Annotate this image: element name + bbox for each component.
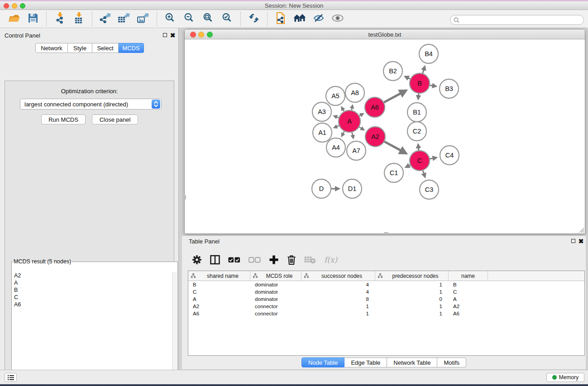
memory-button[interactable]: Memory bbox=[546, 373, 584, 382]
table-float-button[interactable] bbox=[570, 238, 576, 244]
column-header-MCDS-role[interactable]: MCDS role bbox=[250, 271, 301, 281]
table-settings-button[interactable] bbox=[192, 253, 202, 267]
function-builder-button-disabled[interactable]: f(x) bbox=[324, 253, 337, 267]
run-mcds-button[interactable]: Run MCDS bbox=[41, 114, 86, 124]
toggle-graphics-details-button[interactable] bbox=[311, 12, 326, 26]
edge-A-A2[interactable] bbox=[359, 127, 364, 130]
mcds-result-item[interactable]: A2 bbox=[12, 272, 172, 279]
clone-network-button[interactable] bbox=[273, 12, 288, 26]
edge-C-C1[interactable] bbox=[406, 165, 410, 167]
window-resize-grip[interactable] bbox=[578, 227, 584, 233]
graph-node-A8[interactable]: A8 bbox=[345, 83, 364, 102]
graph-node-A[interactable]: A bbox=[339, 110, 360, 132]
network-canvas[interactable]: AA6A2BCA5A8A3A1A4A7B2B4B3B1C2C4C1C3DD1 bbox=[185, 39, 585, 234]
column-header-name[interactable]: name bbox=[449, 271, 488, 281]
edge-C-C4[interactable] bbox=[430, 157, 437, 159]
edge-B-B2[interactable] bbox=[405, 76, 410, 79]
edge-A-A8[interactable] bbox=[352, 105, 353, 110]
edge-A-A6[interactable] bbox=[359, 114, 363, 116]
close-panel-button[interactable]: ✖ bbox=[170, 32, 176, 38]
tab-style[interactable]: Style bbox=[68, 43, 92, 53]
tab-network[interactable]: Network bbox=[35, 43, 68, 53]
tab-mcds[interactable]: MCDS bbox=[119, 43, 144, 53]
edge-A2-C[interactable] bbox=[384, 142, 406, 153]
table-row-A2[interactable]: A2connector11A2 bbox=[188, 303, 584, 310]
edge-C-C2[interactable] bbox=[418, 144, 419, 150]
graph-node-B[interactable]: B bbox=[410, 73, 430, 93]
table-row-B[interactable]: Bdominator41B bbox=[188, 281, 584, 288]
mcds-result-item[interactable]: A6 bbox=[12, 301, 172, 308]
graph-node-A2[interactable]: A2 bbox=[365, 127, 385, 147]
edge-A-A5[interactable] bbox=[342, 107, 344, 112]
table-row-A[interactable]: Adominator80A bbox=[188, 295, 584, 303]
edge-B-B4[interactable] bbox=[423, 67, 425, 73]
search-field[interactable] bbox=[450, 15, 584, 25]
float-panel-button[interactable] bbox=[162, 32, 168, 38]
graph-node-C[interactable]: C bbox=[410, 151, 430, 171]
graph-node-B1[interactable]: B1 bbox=[407, 103, 426, 122]
graph-node-D1[interactable]: D1 bbox=[343, 179, 362, 198]
export-network-button[interactable] bbox=[98, 12, 113, 26]
tab-motifs[interactable]: Motifs bbox=[437, 357, 466, 367]
result-scrollbar[interactable] bbox=[172, 272, 177, 386]
task-history-button[interactable] bbox=[5, 373, 17, 382]
unselect-all-button[interactable] bbox=[249, 253, 261, 267]
table-row-A6[interactable]: A6connector11A6 bbox=[188, 310, 584, 317]
tab-select[interactable]: Select bbox=[92, 43, 119, 53]
edge-C-C3[interactable] bbox=[423, 171, 425, 177]
graph-node-A4[interactable]: A4 bbox=[326, 138, 345, 157]
import-table-button[interactable] bbox=[71, 12, 86, 26]
show-column-button[interactable] bbox=[210, 253, 220, 267]
zoom-fit-button[interactable] bbox=[201, 12, 216, 26]
tab-edge-table[interactable]: Edge Table bbox=[344, 357, 387, 367]
graph-node-B2[interactable]: B2 bbox=[383, 62, 402, 81]
table-close-button[interactable]: ✖ bbox=[578, 238, 584, 244]
edge-A6-B[interactable] bbox=[384, 91, 406, 102]
zoom-selected-button[interactable] bbox=[220, 12, 235, 26]
select-all-button[interactable] bbox=[228, 253, 240, 267]
graph-node-A6[interactable]: A6 bbox=[365, 97, 385, 117]
delete-column-button[interactable] bbox=[287, 253, 296, 267]
graph-node-A7[interactable]: A7 bbox=[347, 141, 366, 160]
close-panel-action-button[interactable]: Close panel bbox=[92, 114, 138, 124]
bottom-scrollbar-tick[interactable] bbox=[384, 232, 388, 234]
graph-node-C4[interactable]: C4 bbox=[440, 146, 459, 165]
edge-A-A4[interactable] bbox=[342, 131, 344, 136]
tab-network-table[interactable]: Network Table bbox=[387, 357, 437, 367]
refresh-button[interactable] bbox=[246, 12, 262, 26]
mcds-result-item[interactable]: A bbox=[12, 279, 172, 286]
edge-A-A1[interactable] bbox=[334, 126, 339, 128]
graph-node-B4[interactable]: B4 bbox=[419, 44, 438, 63]
edge-B-B1[interactable] bbox=[418, 94, 419, 99]
mcds-result-item[interactable]: C bbox=[12, 294, 172, 301]
graph-node-B3[interactable]: B3 bbox=[440, 79, 459, 98]
import-network-button[interactable] bbox=[52, 12, 67, 26]
edge-B-B3[interactable] bbox=[430, 85, 436, 86]
home-button[interactable] bbox=[292, 12, 307, 26]
graph-node-C2[interactable]: C2 bbox=[407, 122, 426, 141]
zoom-out-button[interactable] bbox=[182, 12, 197, 26]
table-row-C[interactable]: Cdominator41C bbox=[188, 288, 584, 295]
zoom-in-button[interactable] bbox=[163, 12, 178, 26]
export-table-button[interactable] bbox=[117, 12, 132, 26]
edge-A-A3[interactable] bbox=[334, 116, 339, 118]
export-image-button[interactable] bbox=[136, 12, 151, 26]
graph-node-A1[interactable]: A1 bbox=[313, 123, 332, 142]
graph-node-C1[interactable]: C1 bbox=[384, 163, 403, 182]
create-column-button[interactable] bbox=[269, 253, 279, 267]
criterion-dropdown[interactable]: largest connected component (directed) bbox=[20, 99, 162, 110]
column-header-successor-nodes[interactable]: successor nodes bbox=[301, 271, 375, 281]
delete-table-button-disabled[interactable] bbox=[304, 253, 316, 267]
save-session-button[interactable] bbox=[25, 12, 41, 26]
open-file-button[interactable] bbox=[6, 12, 22, 26]
mcds-result-item[interactable]: B bbox=[12, 286, 172, 294]
column-header-shared-name[interactable]: shared name bbox=[188, 271, 250, 281]
graph-node-A3[interactable]: A3 bbox=[312, 102, 331, 121]
tab-node-table[interactable]: Node Table bbox=[301, 357, 345, 367]
show-hide-view-button[interactable] bbox=[330, 12, 345, 26]
graph-node-C3[interactable]: C3 bbox=[420, 180, 439, 199]
column-header-predecessor-nodes[interactable]: predecessor nodes bbox=[375, 271, 449, 281]
edge-A-A7[interactable] bbox=[352, 132, 354, 138]
graph-node-A5[interactable]: A5 bbox=[326, 86, 345, 105]
search-input[interactable] bbox=[459, 16, 580, 24]
